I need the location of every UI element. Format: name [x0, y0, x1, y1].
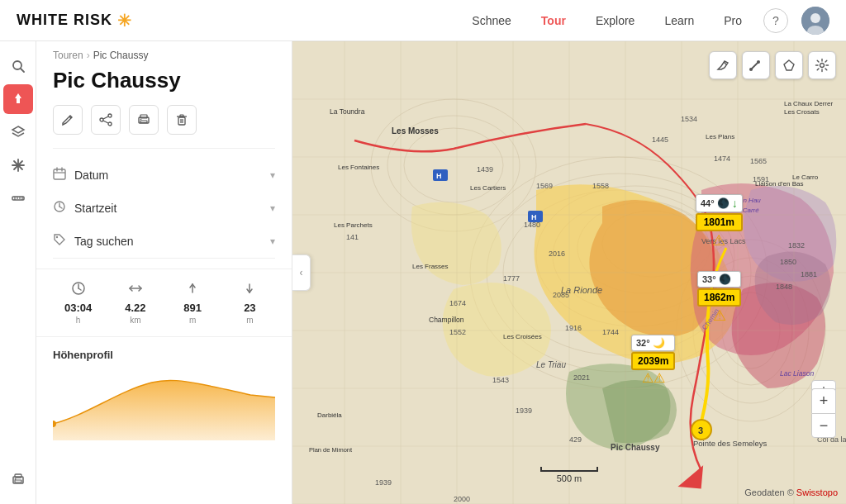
- svg-point-21: [108, 122, 112, 126]
- svg-text:Plan de Mimont: Plan de Mimont: [309, 446, 353, 454]
- distance-unit: km: [130, 316, 140, 325]
- swisstopo-link[interactable]: Swisstopo: [796, 487, 838, 497]
- svg-text:La Chaux Derrer: La Chaux Derrer: [784, 100, 833, 107]
- svg-text:1916: 1916: [565, 324, 582, 332]
- svg-text:1534: 1534: [681, 115, 697, 123]
- sidebar-print[interactable]: [3, 464, 33, 494]
- datum-icon: [53, 167, 66, 183]
- svg-rect-34: [54, 169, 65, 179]
- svg-text:1543: 1543: [492, 376, 509, 384]
- avatar[interactable]: [801, 7, 829, 35]
- distance-value: 4.22: [125, 302, 145, 314]
- sidebar-search[interactable]: [3, 51, 33, 81]
- svg-point-153: [757, 60, 760, 64]
- svg-rect-5: [17, 98, 20, 103]
- sidebar-layers[interactable]: [3, 117, 33, 147]
- map-scale: 500 m: [540, 467, 598, 483]
- edit-button[interactable]: [53, 105, 83, 135]
- draw-polygon-button[interactable]: [775, 51, 803, 79]
- nav-learn[interactable]: Learn: [653, 9, 706, 32]
- startzeit-row[interactable]: Startzeit ▾: [36, 192, 292, 225]
- svg-text:Le Triau: Le Triau: [536, 360, 566, 369]
- breadcrumb-current: Pic Chaussy: [93, 50, 149, 61]
- sidebar-snow[interactable]: [3, 150, 33, 180]
- svg-text:2000: 2000: [454, 495, 470, 503]
- svg-rect-16: [15, 474, 21, 478]
- draw-line-button[interactable]: [742, 51, 770, 79]
- svg-line-40: [59, 207, 62, 208]
- divider-1: [53, 148, 275, 149]
- datum-chevron: ▾: [270, 169, 275, 181]
- svg-text:Les Mosses: Les Mosses: [392, 126, 439, 136]
- stat-descent: 23 m: [225, 281, 275, 325]
- nav-schnee[interactable]: Schnee: [460, 9, 522, 32]
- topo-map-svg: Les Mosses La Toundra Les Crosats Les Pl…: [292, 41, 846, 504]
- svg-point-155: [820, 64, 825, 68]
- svg-point-28: [140, 119, 142, 121]
- map-settings-button[interactable]: [808, 51, 836, 79]
- svg-point-154: [749, 68, 753, 71]
- elevation-title: Höhenprofil: [53, 349, 275, 361]
- tag-row[interactable]: Tag suchen ▾: [36, 225, 292, 258]
- elevation-profile-section: Höhenprofil: [36, 337, 292, 444]
- print-button[interactable]: [129, 105, 159, 135]
- zoom-controls: + −: [811, 388, 836, 438]
- share-button[interactable]: [91, 105, 121, 135]
- sidebar-tour[interactable]: [3, 84, 33, 114]
- top-nav: WHITE RISK ✳ Schnee Tour Explore Learn P…: [0, 0, 846, 41]
- svg-text:La Toundra: La Toundra: [330, 107, 365, 116]
- stat-ascent: 891 m: [168, 281, 218, 325]
- tag-chevron: ▾: [270, 235, 275, 247]
- svg-text:1565: 1565: [750, 157, 767, 165]
- nav-tour[interactable]: Tour: [530, 9, 577, 32]
- time-value: 03:04: [64, 302, 92, 314]
- sidebar-ruler[interactable]: [3, 183, 33, 213]
- map-controls: [709, 51, 836, 79]
- nav-explore[interactable]: Explore: [584, 9, 646, 32]
- svg-line-24: [103, 121, 108, 123]
- delete-button[interactable]: [167, 105, 197, 135]
- zoom-in-button[interactable]: +: [811, 388, 836, 413]
- svg-text:2085: 2085: [553, 291, 569, 299]
- svg-text:1939: 1939: [375, 478, 392, 487]
- svg-text:Les Plans: Les Plans: [706, 133, 734, 140]
- svg-text:1881: 1881: [801, 270, 817, 278]
- svg-text:1674: 1674: [449, 299, 466, 307]
- svg-text:1939: 1939: [516, 407, 532, 415]
- svg-text:1569: 1569: [536, 182, 553, 190]
- tag-icon: [53, 233, 66, 250]
- svg-text:Les Cartiers: Les Cartiers: [470, 184, 506, 192]
- tour-title: Pic Chaussy: [36, 64, 292, 105]
- svg-text:H: H: [436, 172, 442, 180]
- svg-text:Pointe des Semeleys: Pointe des Semeleys: [693, 439, 767, 448]
- svg-text:Les Parchets: Les Parchets: [334, 221, 373, 229]
- logo[interactable]: WHITE RISK ✳: [17, 11, 132, 31]
- descent-icon: [242, 281, 257, 300]
- map-area[interactable]: Les Mosses La Toundra Les Crosats Les Pl…: [292, 41, 846, 504]
- time-icon: [71, 281, 86, 300]
- svg-text:3: 3: [698, 426, 703, 435]
- svg-text:Lac Liason: Lac Liason: [780, 369, 814, 378]
- svg-text:1832: 1832: [788, 241, 805, 250]
- svg-point-41: [56, 236, 58, 238]
- zoom-out-button[interactable]: −: [811, 413, 836, 438]
- svg-text:H: H: [531, 213, 537, 221]
- svg-line-4: [21, 69, 24, 72]
- svg-text:Pic Chaussy: Pic Chaussy: [611, 443, 660, 452]
- svg-point-22: [100, 118, 103, 121]
- logo-star: ✳: [117, 11, 132, 31]
- svg-text:1850: 1850: [780, 258, 796, 266]
- breadcrumb-parent[interactable]: Touren: [53, 50, 83, 61]
- nav-pro[interactable]: Pro: [712, 9, 753, 32]
- descent-value: 23: [244, 302, 255, 314]
- svg-text:1848: 1848: [776, 283, 792, 291]
- help-button[interactable]: ?: [763, 8, 788, 33]
- collapse-panel-button[interactable]: ‹: [292, 254, 311, 291]
- logo-text: WHITE RISK: [17, 12, 112, 29]
- datum-row[interactable]: Datum ▾: [36, 159, 292, 192]
- nav-links: Schnee Tour Explore Learn Pro ?: [460, 7, 829, 35]
- startzeit-label: Startzeit: [74, 202, 116, 215]
- stats-grid: 03:04 h 4.22 km 891 m 2: [36, 269, 292, 337]
- draw-point-button[interactable]: [709, 51, 737, 79]
- svg-text:1445: 1445: [652, 136, 668, 144]
